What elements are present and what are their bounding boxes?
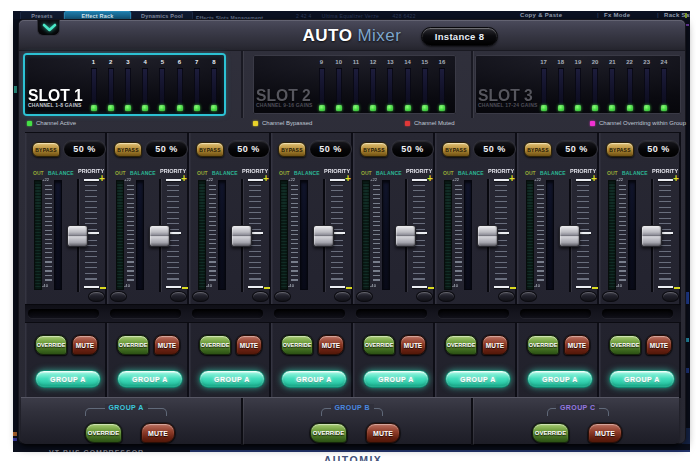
group-mute-button[interactable]: MUTE	[366, 423, 400, 443]
slot-box-3[interactable]: SLOT 3CHANNEL 17-24 GAINS171819202122232…	[475, 55, 681, 114]
mute-button[interactable]: MUTE	[646, 335, 672, 355]
fader-foot-button[interactable]	[662, 291, 679, 302]
percent-display[interactable]: 50 %	[309, 140, 352, 158]
slot-box-2[interactable]: SLOT 2CHANNEL 9-16 GAINS910111213141516	[253, 55, 456, 114]
override-button[interactable]: OVERRIDE	[527, 335, 559, 355]
percent-display[interactable]: 50 %	[473, 140, 516, 158]
bypass-button[interactable]: BYPASS	[606, 142, 634, 157]
fader-foot-button[interactable]	[88, 291, 105, 302]
mute-button[interactable]: MUTE	[482, 335, 508, 355]
override-button[interactable]: OVERRIDE	[363, 335, 395, 355]
group-override-button[interactable]: OVERRIDE	[310, 423, 347, 443]
balance-label: BALANCE	[622, 170, 648, 176]
balance-fader-knob[interactable]	[477, 225, 498, 247]
group-assign-button[interactable]: GROUP A	[609, 370, 675, 388]
mute-button[interactable]: MUTE	[318, 335, 344, 355]
balance-scale-max: +22	[42, 178, 49, 182]
group-assign-button[interactable]: GROUP A	[527, 370, 593, 388]
group-assign-button[interactable]: GROUP A	[445, 370, 511, 388]
channel-active-led	[370, 105, 376, 111]
mute-button[interactable]: MUTE	[400, 335, 426, 355]
mute-button[interactable]: MUTE	[236, 335, 262, 355]
override-button[interactable]: OVERRIDE	[609, 335, 641, 355]
balance-fader-knob[interactable]	[313, 225, 334, 247]
fader-foot-button[interactable]	[602, 291, 619, 302]
balance-fader-knob[interactable]	[641, 225, 662, 247]
balance-fader-knob[interactable]	[395, 225, 416, 247]
bypass-button[interactable]: BYPASS	[360, 142, 388, 157]
out-label: OUT	[279, 170, 290, 176]
percent-display[interactable]: 50 %	[555, 140, 598, 158]
group-mute-button[interactable]: MUTE	[141, 423, 175, 443]
group-assign-button[interactable]: GROUP A	[363, 370, 429, 388]
percent-display[interactable]: 50 %	[63, 140, 106, 158]
fader-foot-button[interactable]	[438, 291, 455, 302]
override-button[interactable]: OVERRIDE	[281, 335, 313, 355]
fader-foot-button[interactable]	[520, 291, 537, 302]
channel-gain-bar	[211, 68, 217, 105]
mute-button[interactable]: MUTE	[154, 335, 180, 355]
fader-foot-button[interactable]	[580, 291, 597, 302]
bypass-button[interactable]: BYPASS	[278, 142, 306, 157]
balance-fader-knob[interactable]	[149, 225, 170, 247]
fader-foot-button[interactable]	[498, 291, 515, 302]
override-button[interactable]: OVERRIDE	[117, 335, 149, 355]
channel-strips: BYPASS50 %OUTBALANCEPRIORITY+22-40+OVERR…	[25, 132, 681, 397]
fader-foot-button[interactable]	[192, 291, 209, 302]
percent-display[interactable]: 50 %	[391, 140, 434, 158]
bypass-button[interactable]: BYPASS	[524, 142, 552, 157]
channel-number: 22	[623, 59, 637, 65]
balance-scale-max: +22	[370, 178, 377, 182]
priority-scale-top-tick	[330, 179, 345, 181]
fader-foot-button[interactable]	[356, 291, 373, 302]
background-blue-sliver	[13, 438, 17, 441]
group-assign-button[interactable]: GROUP A	[199, 370, 265, 388]
override-button[interactable]: OVERRIDE	[445, 335, 477, 355]
slot-box-1[interactable]: SLOT 1CHANNEL 1-8 GAINS12345678	[25, 55, 224, 114]
channel-strip-5: BYPASS50 %OUTBALANCEPRIORITY+22-40+OVERR…	[353, 133, 435, 398]
priority-minus-mark	[264, 287, 270, 289]
channel-gain-bar	[177, 68, 183, 105]
groove-slot	[192, 309, 263, 318]
mute-button[interactable]: MUTE	[564, 335, 590, 355]
fader-foot-button[interactable]	[334, 291, 351, 302]
instance-button[interactable]: Instance 8	[421, 27, 498, 46]
group-assign-button[interactable]: GROUP A	[117, 370, 183, 388]
group-assign-button[interactable]: GROUP A	[35, 370, 101, 388]
balance-fader-knob[interactable]	[67, 225, 88, 247]
channel-number: 18	[554, 59, 568, 65]
panel-seam	[241, 51, 243, 118]
background-menu-copy-paste[interactable]: Copy & Paste	[520, 12, 562, 18]
legend-dot	[253, 121, 258, 126]
bypass-button[interactable]: BYPASS	[196, 142, 224, 157]
channel-strip-7: BYPASS50 %OUTBALANCEPRIORITY+22-40+OVERR…	[517, 133, 599, 398]
group-assign-button[interactable]: GROUP A	[281, 370, 347, 388]
percent-display[interactable]: 50 %	[145, 140, 188, 158]
group-override-button[interactable]: OVERRIDE	[85, 423, 122, 443]
bypass-button[interactable]: BYPASS	[442, 142, 470, 157]
fader-foot-button[interactable]	[416, 291, 433, 302]
balance-label: BALANCE	[376, 170, 402, 176]
title-mixer: Mixer	[357, 26, 401, 46]
group-override-button[interactable]: OVERRIDE	[532, 423, 569, 443]
fader-foot-button[interactable]	[252, 291, 269, 302]
balance-fader-knob[interactable]	[559, 225, 580, 247]
collapse-button[interactable]	[37, 20, 60, 36]
out-meter	[116, 180, 124, 290]
percent-display[interactable]: 50 %	[637, 140, 680, 158]
override-button[interactable]: OVERRIDE	[199, 335, 231, 355]
fader-foot-button[interactable]	[170, 291, 187, 302]
percent-display[interactable]: 50 %	[227, 140, 270, 158]
channel-number: 21	[605, 59, 619, 65]
mute-button[interactable]: MUTE	[72, 335, 98, 355]
background-menu-fx-mode[interactable]: Fx Mode	[604, 12, 630, 18]
bypass-button[interactable]: BYPASS	[32, 142, 60, 157]
balance-fader-knob[interactable]	[231, 225, 252, 247]
fader-foot-button[interactable]	[110, 291, 127, 302]
bypass-button[interactable]: BYPASS	[114, 142, 142, 157]
fader-foot-button[interactable]	[274, 291, 291, 302]
priority-scale-top-tick	[494, 179, 509, 181]
priority-scale-bottom-tick	[248, 286, 263, 288]
override-button[interactable]: OVERRIDE	[35, 335, 67, 355]
group-mute-button[interactable]: MUTE	[588, 423, 622, 443]
